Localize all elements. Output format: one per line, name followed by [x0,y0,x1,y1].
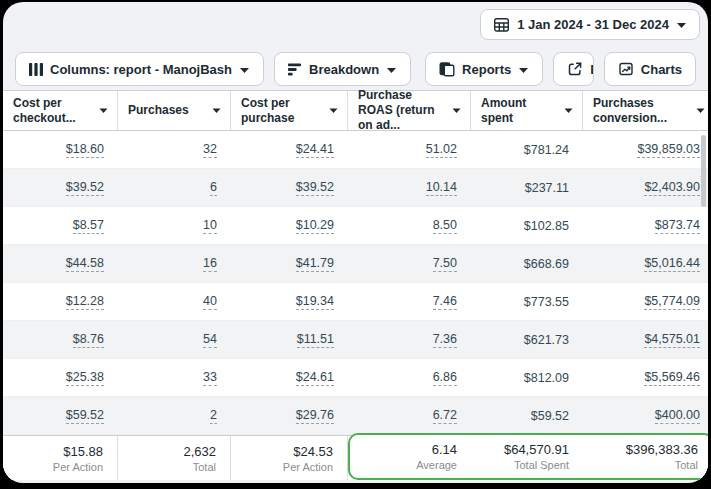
column-header-label: Purchases conversion... [593,96,691,126]
chevron-down-icon [696,103,705,118]
table-cell: $812.09 [471,359,583,396]
summary-value: 2,632 [183,444,216,459]
table-cell: $237.11 [471,169,583,206]
metric-value: $621.73 [524,333,569,347]
column-header-cost-per-purchase[interactable]: Cost per purchase [231,91,348,130]
reports-button[interactable]: Reports [425,52,543,86]
table-cell: 32 [118,131,231,168]
metric-value: $812.09 [524,371,569,385]
metric-value[interactable]: 54 [203,332,217,348]
column-header-cost-per-checkout[interactable]: Cost per checkout... [3,91,118,130]
metric-value[interactable]: $59.52 [66,408,104,424]
metric-value[interactable]: 6.86 [433,370,457,386]
table-row: $8.7654$11.517.36$621.73$4,575.01 [3,321,708,359]
export-button[interactable]: Export [554,53,594,85]
table-cell: $12.28 [3,283,118,320]
table-row: $25.3833$24.616.86$812.09$5,569.46 [3,359,708,397]
summary-highlight-box: 6.14 Average $64,570.91 Total Spent $396… [348,433,708,480]
metric-value[interactable]: $8.76 [73,332,104,348]
calendar-icon [493,16,510,33]
charts-icon [618,61,634,77]
metric-value[interactable]: 16 [203,256,217,272]
table-cell: $39.52 [231,169,348,206]
metric-value[interactable]: $10.29 [296,218,334,234]
table-cell: 7.46 [348,283,471,320]
column-header-label: Cost per checkout... [13,96,94,126]
metric-value[interactable]: $18.60 [66,142,104,158]
column-header-purchases-conversion[interactable]: Purchases conversion... [583,91,708,130]
table-cell: $400.00 [583,397,708,434]
chevron-down-icon [676,17,687,32]
metric-value[interactable]: $5,569.46 [644,370,700,386]
column-header-purchase-roas[interactable]: Purchase ROAS (return on ad... [348,91,471,130]
metric-value[interactable]: 7.46 [433,294,457,310]
metric-value[interactable]: $400.00 [655,408,700,424]
metric-value[interactable]: 10 [203,218,217,234]
chevron-down-icon [212,103,221,118]
metric-value[interactable]: 10.14 [426,180,457,196]
table-cell: $668.69 [471,245,583,282]
metric-value[interactable]: 40 [203,294,217,310]
table-cell: $621.73 [471,321,583,358]
table-cell: 51.02 [348,131,471,168]
metric-value[interactable]: $39.52 [296,180,334,196]
summary-value: $24.53 [293,444,333,459]
metric-value[interactable]: 33 [203,370,217,386]
metric-value[interactable]: $39.52 [66,180,104,196]
metric-value[interactable]: 51.02 [426,142,457,158]
summary-cell-purchase-roas: 6.14 Average [350,435,471,478]
metric-value[interactable]: $8.57 [73,218,104,234]
metric-value: $668.69 [524,257,569,271]
metric-value[interactable]: 6 [210,180,217,196]
table-cell: $39.52 [3,169,118,206]
table-cell: $11.51 [231,321,348,358]
export-button-label: Export [590,62,594,77]
table-cell: $773.55 [471,283,583,320]
metric-value[interactable]: 6.72 [433,408,457,424]
summary-cell-purchases-conversion: $396,383.36 Total [583,435,708,478]
metric-value[interactable]: $41.79 [296,256,334,272]
metric-value[interactable]: $12.28 [66,294,104,310]
summary-value: $64,570.91 [504,442,569,457]
table-cell: $24.41 [231,131,348,168]
breakdown-button[interactable]: Breakdown [274,52,411,86]
table-cell: 2 [118,397,231,434]
metric-value[interactable]: $2,403.90 [644,180,700,196]
table-cell: $18.60 [3,131,118,168]
metric-value[interactable]: $25.38 [66,370,104,386]
metric-value[interactable]: 7.50 [433,256,457,272]
metric-value[interactable]: $29.76 [296,408,334,424]
summary-row: $15.88 Per Action 2,632 Total $24.53 Per… [3,435,708,480]
date-range-picker[interactable]: 1 Jan 2024 - 31 Dec 2024 [480,9,700,40]
metric-value[interactable]: $44.58 [66,256,104,272]
metric-value[interactable]: 7.36 [433,332,457,348]
metric-value[interactable]: 8.50 [433,218,457,234]
vertical-scrollbar[interactable] [701,135,706,207]
metric-value[interactable]: $39,859.03 [637,142,700,158]
metric-value[interactable]: $11.51 [297,332,334,348]
charts-button[interactable]: Charts [604,52,696,86]
metric-value: $781.24 [524,143,569,157]
table-cell: 10.14 [348,169,471,206]
metric-value[interactable]: $19.34 [296,294,334,310]
date-range-label: 1 Jan 2024 - 31 Dec 2024 [517,17,669,32]
metric-value[interactable]: 2 [210,408,217,424]
summary-label: Per Action [53,461,103,473]
metric-value[interactable]: 32 [203,142,217,158]
reports-icon [439,62,455,77]
summary-label: Total [675,459,698,471]
metric-value[interactable]: $5,016.44 [644,256,700,272]
metric-value[interactable]: $873.74 [655,218,700,234]
metric-value[interactable]: $24.41 [296,142,334,158]
column-header-amount-spent[interactable]: Amount spent [471,91,583,130]
charts-button-label: Charts [641,62,682,77]
column-header-purchases[interactable]: Purchases [118,91,231,130]
metric-value[interactable]: $4,575.01 [644,332,700,348]
metric-value[interactable]: $24.61 [296,370,334,386]
table-cell: 54 [118,321,231,358]
columns-button[interactable]: Columns: report - ManojBash [15,52,264,86]
breakdown-button-label: Breakdown [309,62,379,77]
column-header-label: Purchase ROAS (return on ad... [358,88,447,133]
column-header-label: Amount spent [481,96,559,126]
metric-value[interactable]: $5,774.09 [644,294,700,310]
